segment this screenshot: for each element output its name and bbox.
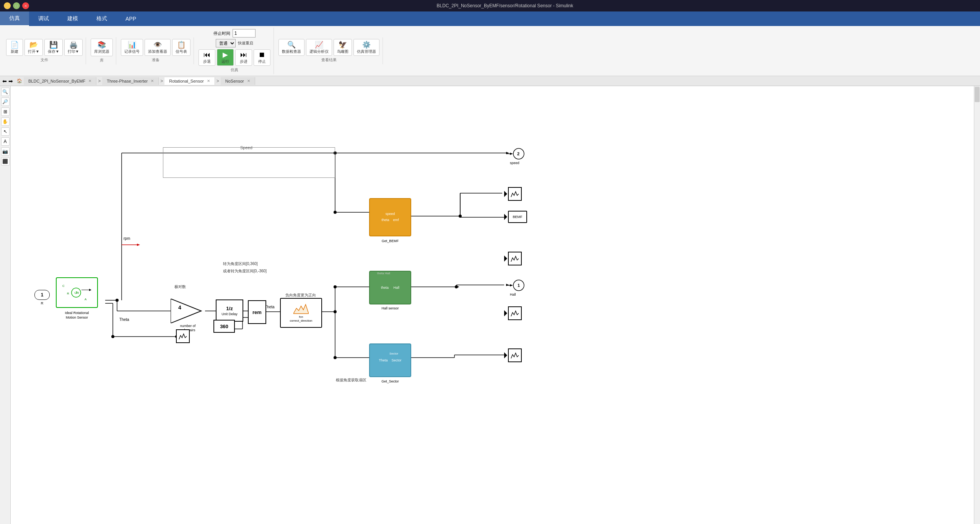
breadcrumb-tab-inverter[interactable]: Three-Phase_Inverter ✕ — [102, 77, 159, 85]
bemf-inner-label: speed theta emf — [381, 212, 399, 222]
speed-outport-label: speed — [510, 161, 519, 165]
speed-box-label: Speed — [240, 145, 252, 150]
quick-restart-button[interactable]: 快速重启 — [238, 41, 253, 46]
breadcrumb-tab-rotational[interactable]: Rotational_Sensor ✕ — [164, 77, 215, 85]
add-viewer-button[interactable]: 👁️ 添加查看器 — [145, 39, 171, 56]
library-group: 📚 库浏览器 库 — [88, 37, 116, 65]
svg-text:2: 2 — [517, 151, 519, 156]
rem-block[interactable]: rem — [248, 300, 266, 324]
theta-label-1: Theta — [119, 317, 129, 322]
new-button[interactable]: 📄 新建 — [6, 39, 23, 56]
stop-button[interactable]: ⏹ 停止 — [254, 49, 270, 66]
svg-point-48 — [334, 310, 337, 313]
unit-delay-symbol: 1/z — [226, 306, 233, 311]
library-label: 库 — [100, 58, 104, 63]
close-button[interactable]: ✕ — [22, 2, 29, 9]
menu-format[interactable]: 格式 — [87, 11, 116, 26]
inport-r-label: R — [41, 301, 44, 305]
prepare-group: 📊 记录信号 👁️ 添加查看器 📋 信号表 准备 — [118, 37, 194, 64]
canvas-svg — [11, 86, 974, 524]
svg-marker-4 — [137, 244, 140, 246]
maximize-button[interactable]: □ — [13, 2, 20, 9]
right-panel[interactable] — [974, 86, 980, 524]
birdseye-button[interactable]: 🦅 鸟瞰图 — [334, 39, 352, 56]
svg-marker-68 — [510, 153, 513, 155]
hall-sensor-block[interactable]: theta Hall — [369, 271, 411, 304]
signal-table-button[interactable]: 📋 信号表 — [172, 39, 190, 56]
ports-button[interactable]: ⬛ — [1, 157, 10, 166]
stop-time-input[interactable] — [233, 29, 256, 37]
menu-app[interactable]: APP — [116, 11, 145, 26]
sector-label: 根据角度获取扇区 — [336, 378, 366, 383]
run-button[interactable]: ▶ 运行 — [217, 49, 234, 66]
main-area: 🔍 🔎 ⊞ ✋ ↖ A 📷 ⬛ — [0, 86, 980, 524]
step-forward-button[interactable]: ⏭ 步进 — [235, 49, 252, 66]
bemf-scope-block[interactable]: BEMF — [504, 211, 527, 223]
minimize-button[interactable]: ─ — [4, 2, 11, 9]
inport-r-block[interactable]: 1 R — [34, 290, 50, 300]
svg-point-51 — [455, 285, 458, 288]
data-inspector-button[interactable]: 🔍 数据检查器 — [278, 39, 304, 56]
fit-button[interactable]: ⊞ — [1, 107, 10, 116]
fcn-block[interactable]: fcncorrect_direction — [280, 298, 322, 328]
zoom-out-button[interactable]: 🔎 — [1, 98, 10, 106]
motion-sensor-block[interactable]: C W A R ↺ — [56, 277, 98, 308]
svg-point-52 — [116, 299, 119, 302]
file-group: 📄 新建 📂 打开▼ 💾 保存▼ 🖨️ 打印▼ 文件 — [3, 37, 86, 64]
svg-text:A: A — [85, 298, 87, 301]
negative-to-positive: 负向角度更为正向 — [285, 293, 316, 298]
svg-point-49 — [334, 356, 337, 359]
simulation-label: 仿真 — [231, 67, 238, 73]
scope-theta-block[interactable] — [176, 329, 190, 343]
hall-outport-label: Hall — [510, 293, 516, 296]
gain-block[interactable]: 4 number ofpole pairs — [171, 299, 205, 324]
inport-r-shape: 1 — [34, 290, 50, 300]
screenshot-button[interactable]: 📷 — [1, 147, 10, 156]
scope-bottom-block[interactable] — [504, 348, 522, 362]
svg-marker-63 — [171, 299, 201, 323]
scrollbar-thumb[interactable] — [975, 87, 980, 102]
prepare-label: 准备 — [152, 57, 160, 63]
stop-time-label: 停止时间 — [213, 31, 230, 36]
open-button[interactable]: 📂 打开▼ — [24, 39, 43, 56]
get-bemf-block[interactable]: speed theta emf — [369, 198, 411, 236]
fcn-label: fcncorrect_direction — [290, 315, 312, 322]
breadcrumb-tab-root[interactable]: BLDC_2PI_NoSensor_ByEMF ✕ — [24, 77, 96, 85]
svg-marker-78 — [504, 310, 507, 316]
get-sector-label: Get_Sector — [371, 379, 409, 383]
outport-hall-block[interactable]: 1 Hall — [506, 279, 525, 293]
zoom-in-button[interactable]: 🔍 — [1, 88, 10, 96]
menu-simulation[interactable]: 仿真 — [0, 11, 29, 26]
svg-marker-72 — [510, 284, 513, 286]
logic-analyzer-button[interactable]: 📈 逻辑分析仪 — [306, 39, 332, 56]
save-button[interactable]: 💾 保存▼ — [44, 39, 63, 56]
unit-delay-block[interactable]: 1/z Unit Delay — [216, 299, 243, 322]
const-360-block[interactable]: 360 — [213, 320, 235, 333]
hall-inner-label: theta Hall — [381, 286, 399, 290]
pan-button[interactable]: ✋ — [1, 117, 10, 126]
results-group: 🔍 数据检查器 📈 逻辑分析仪 🦅 鸟瞰图 ⚙️ 仿真管理器 查看结果 — [275, 37, 383, 64]
annotate-button[interactable]: A — [1, 137, 10, 146]
library-browser-button[interactable]: 📚 库浏览器 — [91, 39, 113, 56]
svg-text:1: 1 — [518, 283, 520, 288]
scope-top-block[interactable] — [504, 187, 522, 201]
breadcrumb-tab-nosensor[interactable]: NoSensor ✕ — [221, 77, 255, 85]
scope-mid-block[interactable] — [504, 252, 522, 265]
step-back-button[interactable]: ⏮ 步退 — [199, 49, 215, 66]
simulation-mode-select[interactable]: 普通 — [216, 39, 236, 47]
scope-lower-block[interactable] — [504, 306, 522, 320]
sim-manager-button[interactable]: ⚙️ 仿真管理器 — [353, 39, 379, 56]
print-button[interactable]: 🖨️ 打印▼ — [64, 39, 83, 56]
record-signal-button[interactable]: 📊 记录信号 — [121, 39, 143, 56]
motion-sensor-label: Ideal RotationalMotion Sensor — [56, 311, 98, 320]
results-label: 查看结果 — [321, 57, 337, 63]
menu-debug[interactable]: 调试 — [29, 11, 58, 26]
canvas[interactable]: Speed rpm Theta Theta 转为角度区间[0,360] 或者转为… — [11, 86, 974, 524]
select-button[interactable]: ↖ — [1, 127, 10, 136]
simulation-group: 停止时间 普通 快速重启 ⏮ 步退 ▶ 运行 ⏭ 步进 ⏹ 停止 — [195, 28, 274, 74]
outport-speed-block[interactable]: 2 speed — [506, 147, 525, 161]
menu-modeling[interactable]: 建模 — [58, 11, 87, 26]
get-sector-block[interactable]: Theta Sector — [369, 343, 411, 377]
svg-point-50 — [459, 215, 462, 218]
unit-delay-label: Unit Delay — [221, 312, 238, 316]
